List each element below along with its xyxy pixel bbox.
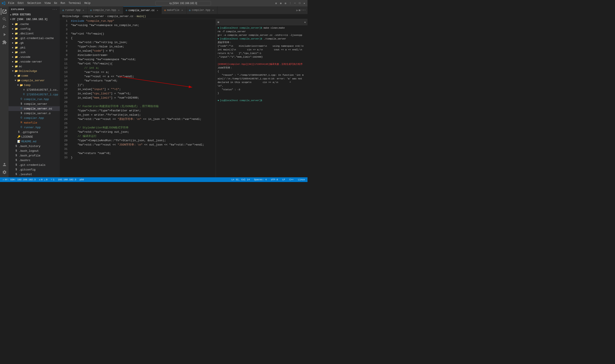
tree-item--cache[interactable]: ▶ 📁 .cache [9, 22, 60, 26]
account-icon[interactable] [1, 161, 8, 168]
tree-item--git-credentials[interactable]: $ .git-credentials [9, 163, 60, 167]
tree-item--gk[interactable]: ▶ 📁 .gk [9, 40, 60, 45]
tree-item-README-md[interactable]: 📝 README.md [9, 139, 60, 144]
new-file-icon[interactable]: ··· [52, 8, 57, 11]
tree-item-comm[interactable]: ▶ 📁 comm [9, 73, 60, 78]
menu-selection[interactable]: Selection [26, 1, 42, 5]
ssh-status[interactable]: ⚡ XY: SSH: 192.168.182.3 [2, 178, 37, 181]
tab-close-btn[interactable]: ✕ [156, 9, 159, 12]
sidebar-icon[interactable]: ⊞ [279, 2, 282, 5]
port-label: p50 [80, 178, 84, 181]
file-label: compile_server [24, 103, 47, 106]
git-status[interactable]: ⑂ 1 [50, 178, 55, 181]
terminal-content[interactable]: ●[xy@localhost compile_server]$ make cle… [216, 26, 308, 177]
remote-status[interactable]: 192.168.182.3 [57, 178, 77, 181]
os[interactable]: Linux [297, 178, 306, 181]
port-status[interactable]: p50 [79, 178, 85, 181]
menu-file[interactable]: File [7, 1, 16, 5]
tree-item-temp[interactable]: ▼ 📂 temp [9, 83, 60, 88]
tab-compile_run-hpp[interactable]: ⚙ compile_run.hpp ✕ [88, 6, 123, 14]
sidebar-content[interactable]: ▶ OPEN EDITORS ▼ XY [SSH: 192.168.182.3]… [9, 12, 60, 177]
line-number-33: 33 [61, 156, 67, 160]
tree-item-compile_run-hpp[interactable]: © compile_run.hpp [9, 97, 60, 102]
tree-item-compile_server[interactable]: $ compile_server [9, 102, 60, 106]
file-icon: © [20, 126, 23, 129]
tree-item-compile_server[interactable]: ▼ 📂 compile_server [9, 78, 60, 83]
tree-item--vscode-server[interactable]: ▶ 📁 .vscode-server [9, 59, 60, 64]
open-editors-section[interactable]: ▶ OPEN EDITORS [9, 12, 60, 17]
tree-item--git-credential-cache[interactable]: ▶ 📁 .git-credential-cache [9, 36, 60, 40]
tree-item-OnlineJudge[interactable]: ▼ 📂 OnlineJudge [9, 69, 60, 73]
menu-edit[interactable]: Edit [16, 1, 25, 5]
tree-item-LICENSE[interactable]: 🔑 LICENSE [9, 134, 60, 139]
tree-item--bash_history[interactable]: $ .bash_history [9, 144, 60, 148]
code-editor[interactable]: 1234567891011121314151617181920212223242… [60, 19, 216, 177]
errors-status[interactable]: ✕ 0 ⚠ 0 [38, 178, 48, 181]
more-icon[interactable]: ··· [301, 9, 306, 12]
tree-item--bash_logout[interactable]: $ .bash_logout [9, 148, 60, 153]
run-icon[interactable]: ▷ [296, 9, 298, 12]
tree-item--dbclient[interactable]: ▶ 📁 .dbclient [9, 31, 60, 36]
maximize-btn[interactable]: □ [298, 2, 301, 5]
tree-item--pki[interactable]: ▶ 📁 .pki [9, 45, 60, 50]
tab-close-btn[interactable]: ✕ [181, 9, 184, 12]
search-bar[interactable] [155, 1, 211, 5]
panel-icon[interactable]: ⊟ [284, 2, 287, 5]
tree-item-ac[interactable]: ▶ 📁 ac [9, 64, 60, 69]
extensions-icon[interactable] [1, 39, 8, 46]
remote-icon: ⚡ [2, 178, 4, 181]
encoding[interactable]: UTF-8 [270, 178, 279, 181]
settings-icon[interactable] [1, 169, 8, 176]
source-control-icon[interactable] [1, 24, 8, 30]
tree-item--gitconfig[interactable]: $ .gitconfig [9, 167, 60, 172]
cursor-position[interactable]: Ln 32, Col 14 [231, 178, 251, 181]
tree-item--lesshst[interactable]: $ .lesshst [9, 172, 60, 177]
tab-compile_server-cc[interactable]: ⚙ compile_server.cc ✕ [123, 6, 162, 14]
tab-close-btn[interactable]: ✕ [118, 9, 120, 12]
terminal-icon[interactable]: ⊞ [218, 21, 219, 24]
tree-item--config[interactable]: ▶ 📁 .config [9, 26, 60, 31]
tree-item-compiler-hpp[interactable]: © compiler.hpp [9, 116, 60, 120]
menu-bar[interactable]: File Edit Selection View Go Run Terminal… [7, 1, 92, 5]
tab-close-btn[interactable]: ✕ [82, 9, 85, 12]
file-icon: $ [14, 145, 18, 148]
explorer-icon[interactable] [1, 8, 8, 15]
tab-close-btn[interactable]: ✕ [212, 9, 214, 12]
indentation[interactable]: Spaces: 4 [253, 178, 267, 181]
terminal-close-icon[interactable]: ✕ [304, 21, 306, 24]
menu-view[interactable]: View [43, 1, 52, 5]
tree-item-compile_server-o[interactable]: $ compile_server.o [9, 111, 60, 116]
tree-item-runner-hpp[interactable]: © runner.hpp [9, 125, 60, 130]
tree-item-1728554195787_1-compile_error[interactable]: ≡ 1728554195787_1.compile_error [9, 88, 60, 92]
code-content[interactable]: #include "compile_run.hpp""kw">using "kw… [69, 19, 216, 177]
menu-run[interactable]: Run [59, 1, 67, 5]
tab-runner-hpp[interactable]: ⚙ runner.hpp ✕ [60, 6, 88, 14]
search-icon[interactable] [1, 16, 8, 23]
tree-item--ssh[interactable]: ▶ 📁 .ssh [9, 50, 60, 55]
language[interactable]: C++ [289, 178, 294, 181]
terminal-line-12: ain()':\n./temp/1728554195787_1.cpp:6:16… [218, 77, 306, 81]
tree-item-makefile[interactable]: M makefile [9, 120, 60, 125]
menu-help[interactable]: Help [83, 1, 92, 5]
menu-terminal[interactable]: Terminal [67, 1, 82, 5]
tree-item--bash_profile[interactable]: $ .bash_profile [9, 153, 60, 158]
ssh-label: XY: SSH: 192.168.182.3 [5, 178, 36, 181]
tree-item--bashrc[interactable]: $ .bashrc [9, 158, 60, 163]
close-btn[interactable]: ✕ [303, 2, 306, 5]
tree-item-compile_server-cc[interactable]: © compile_server.cc [9, 106, 60, 111]
layout-icon[interactable]: ⊟ [275, 2, 278, 5]
menu-go[interactable]: Go [53, 1, 58, 5]
customize-icon[interactable]: ⋮ [289, 2, 292, 5]
workspace-section[interactable]: ▼ XY [SSH: 192.168.182.3] [9, 17, 60, 22]
tree-item--gitignore[interactable]: $ .gitignore [9, 130, 60, 134]
tree-item--vscode[interactable]: ▶ 📁 .vscode [9, 55, 60, 59]
tab-label: runner.hpp [65, 9, 80, 12]
split-icon[interactable]: ⊟ [299, 9, 300, 12]
tab-compiler-hpp[interactable]: ⚙ compiler.hpp ✕ [187, 6, 217, 14]
line-ending[interactable]: LF [281, 178, 286, 181]
run-debug-icon[interactable] [1, 31, 8, 38]
file-icon: M [20, 121, 23, 124]
minimize-btn[interactable]: ─ [294, 2, 296, 5]
tree-item-1728554195787_1-cpp[interactable]: © 1728554195787_1.cpp [9, 92, 60, 97]
tab-makefile[interactable]: ⚙ makefile ✕ [162, 6, 187, 14]
